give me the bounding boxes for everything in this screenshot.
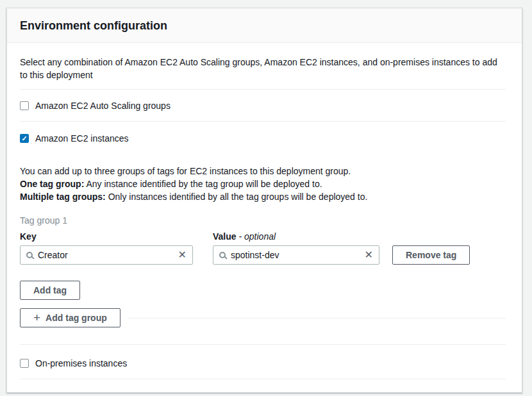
panel-body: Select any combination of Amazon EC2 Aut… <box>7 43 522 392</box>
panel-title: Environment configuration <box>20 19 509 33</box>
tag-help-line1: You can add up to three groups of tags f… <box>20 165 506 177</box>
tag-help-line3-bold: Multiple tag groups: <box>20 192 106 202</box>
value-search-box: ✕ <box>213 245 379 265</box>
divider <box>20 89 506 90</box>
key-field-group: Key ✕ <box>20 231 193 265</box>
value-label: Value - optional <box>213 231 379 242</box>
add-tag-group-label: Add tag group <box>46 313 107 323</box>
checkbox-row-on-premises[interactable]: On-premises instances <box>20 358 506 368</box>
divider <box>20 344 506 345</box>
ec2-instances-checkbox[interactable]: ✓ <box>20 134 29 143</box>
value-label-text: Value <box>213 231 238 242</box>
search-icon <box>219 252 226 258</box>
clear-icon[interactable]: ✕ <box>365 250 373 260</box>
ec2-instances-label: Amazon EC2 instances <box>35 133 129 144</box>
divider <box>20 379 506 379</box>
key-input[interactable] <box>35 250 178 260</box>
add-tag-button[interactable]: Add tag <box>20 281 80 300</box>
tag-help-line2-rest: Any instance identified by the tag group… <box>84 179 322 189</box>
value-field-group: Value - optional ✕ <box>213 231 379 265</box>
tag-help-line3-rest: Only instances identified by all the tag… <box>106 192 368 202</box>
search-icon <box>26 252 33 258</box>
auto-scaling-groups-label: Amazon EC2 Auto Scaling groups <box>35 101 170 111</box>
auto-scaling-groups-checkbox[interactable] <box>20 101 29 110</box>
checkbox-row-ec2-instances[interactable]: ✓ Amazon EC2 instances <box>20 133 506 144</box>
clear-icon[interactable]: ✕ <box>178 250 187 260</box>
panel-description: Select any combination of Amazon EC2 Aut… <box>20 56 506 81</box>
horizontal-rule <box>128 318 506 318</box>
key-search-box: ✕ <box>20 245 193 265</box>
add-tag-group-row: + Add tag group <box>20 308 506 327</box>
tag-help-line2: One tag group: Any instance identified b… <box>20 177 506 190</box>
check-icon: ✓ <box>21 135 27 142</box>
add-tag-group-button[interactable]: + Add tag group <box>20 308 121 327</box>
on-premises-label: On-premises instances <box>35 358 127 368</box>
on-premises-checkbox[interactable] <box>20 359 29 368</box>
value-input[interactable] <box>228 250 365 260</box>
divider <box>20 121 506 122</box>
tag-help-line3: Multiple tag groups: Only instances iden… <box>20 190 506 203</box>
environment-configuration-panel: Environment configuration Select any com… <box>6 8 522 393</box>
tag-help-line2-bold: One tag group: <box>20 179 84 189</box>
tag-fields-row: Key ✕ Value - optional ✕ Remove tag <box>20 231 506 265</box>
key-label: Key <box>20 231 193 242</box>
tag-group-title: Tag group 1 <box>20 215 506 226</box>
checkbox-row-auto-scaling-groups[interactable]: Amazon EC2 Auto Scaling groups <box>20 101 506 111</box>
panel-header: Environment configuration <box>7 8 522 43</box>
plus-icon: + <box>33 311 40 324</box>
tag-groups-help-text: You can add up to three groups of tags f… <box>20 165 506 203</box>
remove-tag-button[interactable]: Remove tag <box>392 245 470 265</box>
value-optional-text: - optional <box>238 231 276 242</box>
